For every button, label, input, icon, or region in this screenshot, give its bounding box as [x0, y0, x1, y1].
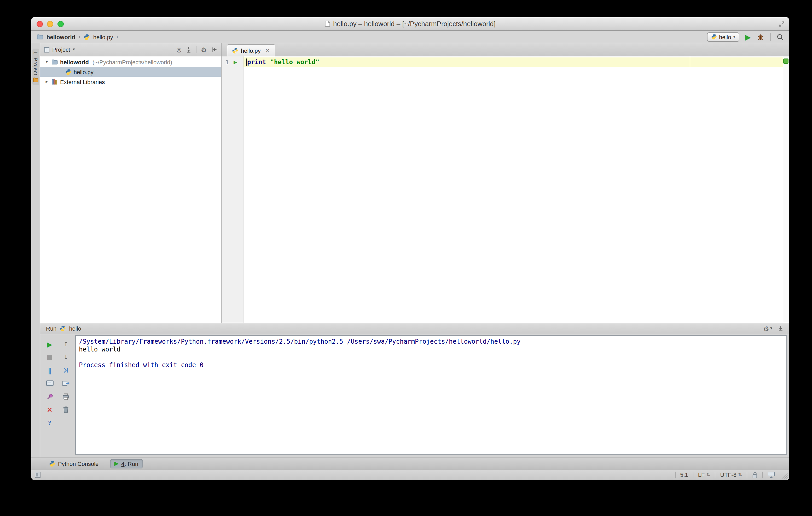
python-file-icon: [232, 48, 238, 54]
resize-grip[interactable]: [782, 473, 788, 479]
scroll-from-source-icon[interactable]: ◎: [176, 47, 181, 53]
project-panel-toolbar: ◎ ⚙: [176, 46, 218, 53]
rerun-button[interactable]: ▶: [45, 339, 54, 349]
python-console-tab-label: Python Console: [58, 460, 98, 467]
console-line: [79, 354, 783, 361]
title-bar[interactable]: hello.py – helloworld – [~/PycharmProjec…: [31, 17, 789, 31]
run-header-toolbar: ⚙▾: [763, 325, 784, 332]
move-to-tab-icon[interactable]: [61, 378, 70, 388]
run-tab-play-icon: ▶: [114, 461, 119, 466]
hide-panel-icon[interactable]: [211, 47, 218, 53]
bottom-tool-bar: Python Console ▶ 4: Run: [31, 457, 789, 469]
python-icon: [711, 34, 717, 40]
run-config-name: hello: [69, 325, 81, 332]
fullscreen-icon[interactable]: [779, 21, 785, 27]
breadcrumb-item-project[interactable]: helloworld: [47, 34, 75, 40]
clear-all-trash-icon[interactable]: [61, 405, 70, 414]
pause-output-button[interactable]: ∥: [45, 366, 54, 375]
chevron-icon: ›: [78, 34, 81, 40]
down-stack-trace-icon[interactable]: ↓: [61, 353, 70, 362]
console-line: Process finished with exit code 0: [79, 361, 783, 369]
close-window-button[interactable]: [36, 21, 43, 27]
run-tool-window: Run hello ⚙▾: [40, 323, 789, 457]
stop-button[interactable]: ■: [45, 353, 54, 362]
hide-panel-icon[interactable]: [778, 325, 784, 332]
editor[interactable]: 1 ▶ print "hello world": [222, 56, 789, 323]
error-stripe: [783, 56, 789, 323]
inspection-status-indicator[interactable]: [783, 59, 788, 64]
main-and-run: Project ▾ ◎ ⚙: [40, 43, 789, 457]
print-icon[interactable]: [61, 392, 70, 401]
python-file-icon: [65, 69, 71, 75]
run-tab[interactable]: ▶ 4: Run: [110, 459, 142, 468]
run-panel-body: ▶ ■ ∥ × ?: [40, 334, 789, 457]
main-row: Project ▾ ◎ ⚙: [40, 43, 789, 323]
tree-expanded-icon[interactable]: ▾: [45, 60, 49, 64]
document-icon: [325, 20, 330, 27]
panel-view-icon: [44, 47, 50, 53]
python-file-icon: [84, 34, 90, 40]
console-line: /System/Library/Frameworks/Python.framew…: [79, 338, 783, 346]
run-button[interactable]: ▶: [745, 33, 751, 40]
line-separator-widget[interactable]: LF ⇅: [693, 472, 715, 478]
updown-icon: ⇅: [706, 473, 710, 477]
help-button[interactable]: ?: [45, 418, 54, 427]
close-console-button[interactable]: ×: [45, 405, 54, 414]
up-stack-trace-icon[interactable]: ↑: [61, 339, 70, 349]
navigation-bar: helloworld › hello.py › hello ▾ ▶: [31, 31, 789, 43]
tree-row-hello-py[interactable]: hello.py: [40, 67, 221, 77]
chevron-icon: ›: [116, 34, 119, 40]
status-bar-widgets: 5:1 LF ⇅ UTF-8 ⇅: [675, 472, 780, 478]
search-everywhere-icon[interactable]: [777, 33, 784, 40]
screen-reader-monitor-icon[interactable]: [763, 472, 780, 478]
tree-file-name: hello.py: [74, 69, 93, 75]
minimize-window-button[interactable]: [47, 21, 53, 27]
editor-tab-hello-py[interactable]: hello.py ×: [227, 44, 276, 56]
run-panel-header: Run hello ⚙▾: [40, 323, 789, 334]
run-config-selector[interactable]: hello ▾: [707, 32, 740, 41]
code-area[interactable]: print "hello world": [243, 56, 789, 323]
run-panel-title: Run: [46, 325, 56, 332]
run-config-label: hello: [719, 34, 731, 40]
folder-icon: [51, 59, 58, 65]
updown-icon: ⇅: [738, 473, 742, 477]
run-line-marker-icon[interactable]: ▶: [234, 60, 237, 64]
show-console-icon[interactable]: [45, 378, 54, 388]
python-console-tab[interactable]: Python Console: [45, 459, 103, 468]
toolwindow-toggle-icon[interactable]: [34, 472, 41, 478]
settings-gear-icon[interactable]: ⚙: [201, 46, 207, 53]
breadcrumb-item-file[interactable]: hello.py: [93, 34, 113, 40]
toolbar-right: hello ▾ ▶: [707, 32, 784, 41]
text-caret: [246, 58, 246, 66]
tree-collapsed-icon[interactable]: ▸: [45, 80, 49, 84]
content-region: 1: Project Project ▾: [31, 43, 789, 457]
close-tab-icon[interactable]: ×: [265, 48, 270, 54]
debug-button[interactable]: [757, 33, 764, 40]
scroll-to-end-icon[interactable]: [61, 366, 70, 375]
python-icon: [60, 325, 66, 332]
line-number: 1: [222, 59, 229, 65]
console-output[interactable]: /System/Library/Frameworks/Python.framew…: [75, 335, 787, 455]
collapse-all-icon[interactable]: [186, 47, 192, 53]
console-line: hello world: [79, 346, 783, 354]
project-stripe-button[interactable]: 1: Project: [32, 49, 39, 85]
tree-row-external-libraries[interactable]: ▸ External Libraries: [40, 77, 221, 87]
desktop: hello.py – helloworld – [~/PycharmProjec…: [0, 0, 812, 516]
editor-area: hello.py × 1 ▶: [222, 43, 789, 323]
window-title-group: hello.py – helloworld – [~/PycharmProjec…: [325, 20, 496, 28]
console-toolbar-column-2: ↑ ↓: [61, 339, 71, 457]
project-view-combo[interactable]: Project: [52, 47, 70, 53]
caret-position-widget[interactable]: 5:1: [675, 472, 693, 478]
current-line-highlight: [243, 57, 783, 67]
run-settings-gear-icon[interactable]: ⚙▾: [763, 325, 772, 332]
console-pin-icon[interactable]: [45, 392, 54, 401]
chevron-down-icon: ▾: [73, 48, 75, 52]
readonly-lock-icon[interactable]: [747, 472, 762, 478]
left-tool-stripe: 1: Project: [31, 43, 40, 457]
project-stripe-label: 1: Project: [33, 51, 38, 75]
console-toolbar-column-1: ▶ ■ ∥ × ?: [45, 339, 55, 457]
tree-row-project-root[interactable]: ▾ helloworld (~/PycharmProjects/hellowor…: [40, 57, 221, 67]
encoding-widget[interactable]: UTF-8 ⇅: [716, 472, 747, 478]
python-icon: [49, 460, 55, 467]
zoom-window-button[interactable]: [57, 21, 64, 27]
